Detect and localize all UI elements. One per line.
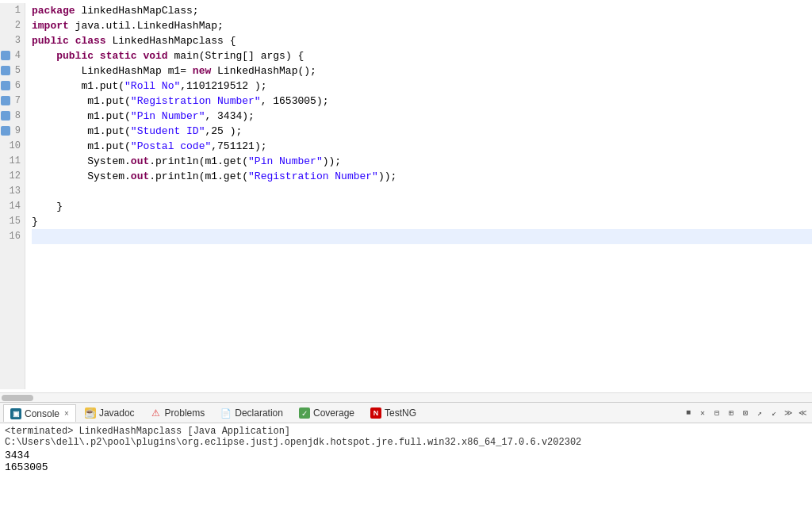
code-lines[interactable]: package linkedHashMapClass;import java.u… — [25, 3, 812, 389]
javadoc-tab-icon: ☕ — [85, 407, 96, 419]
console-tab-icon: ▣ — [10, 408, 21, 419]
tabs-bar: ▣Console×☕Javadoc⚠Problems📄Declaration✓C… — [0, 403, 812, 423]
kw-token: out — [131, 170, 149, 182]
tab-javadoc[interactable]: ☕Javadoc — [78, 404, 142, 422]
line-number: 5 — [0, 63, 25, 78]
num-token: 1101219512 — [186, 80, 248, 92]
kw-token: public — [56, 50, 94, 62]
code-line: LinkedHashMap m1= new LinkedHashMap(); — [32, 63, 812, 78]
toolbar-btn-7[interactable]: ≫ — [782, 407, 795, 419]
code-line: m1.put("Roll No",1101219512 ); — [32, 78, 812, 94]
line-number: 14 — [0, 199, 25, 214]
tab-testng[interactable]: NTestNG — [363, 404, 423, 422]
num-token: 25 — [211, 125, 224, 137]
tab-label-console: Console — [25, 408, 59, 419]
toolbar-btn-3[interactable]: ⊞ — [725, 407, 737, 419]
code-line: public class LinkedHashMapclass { — [32, 33, 812, 48]
code-line: System.out.println(m1.get("Pin Number"))… — [32, 154, 812, 169]
console-content: <terminated> LinkedHashMapclass [Java Ap… — [0, 423, 812, 505]
str-token: "Registration Number" — [131, 95, 261, 107]
str-token: "Postal code" — [131, 140, 211, 152]
testng-tab-icon: N — [370, 407, 381, 419]
code-line: m1.put("Student ID",25 ); — [32, 124, 812, 139]
num-token: 751121 — [217, 140, 255, 152]
line-number: 7 — [0, 94, 25, 109]
bottom-panel: ▣Console×☕Javadoc⚠Problems📄Declaration✓C… — [0, 402, 812, 505]
declaration-tab-icon: 📄 — [220, 407, 232, 419]
problems-tab-icon: ⚠ — [151, 407, 162, 419]
toolbar-btn-4[interactable]: ⊠ — [739, 407, 752, 419]
line-number: 1 — [0, 3, 25, 18]
console-output-line: 3434 — [5, 450, 807, 461]
toolbar-btn-0[interactable]: ■ — [682, 407, 695, 419]
str-token: "Pin Number" — [248, 155, 323, 167]
num-token: 1653005 — [273, 95, 316, 107]
code-line: import java.util.LinkedHashMap; — [32, 18, 812, 33]
line-number: 13 — [0, 184, 25, 199]
toolbar-btn-6[interactable]: ↙ — [768, 407, 780, 419]
num-token: 3434 — [217, 110, 242, 122]
code-line: m1.put("Registration Number", 1653005); — [32, 94, 812, 109]
line-number: 16 — [0, 229, 25, 244]
line-numbers: 12345678910111213141516 — [0, 3, 25, 389]
console-output-line: 1653005 — [5, 461, 807, 473]
line-number: 4 — [0, 48, 25, 63]
str-token: "Pin Number" — [131, 110, 205, 122]
tab-console[interactable]: ▣Console× — [3, 404, 76, 422]
line-number: 9 — [0, 124, 25, 139]
line-number: 15 — [0, 214, 25, 229]
code-line: package linkedHashMapClass; — [32, 3, 812, 18]
coverage-tab-icon: ✓ — [299, 407, 310, 419]
code-line: } — [32, 199, 812, 214]
code-line: m1.put("Postal code",751121); — [32, 139, 812, 154]
str-token: "Student ID" — [131, 125, 205, 137]
tab-label-problems: Problems — [165, 407, 205, 419]
code-line: } — [32, 214, 812, 229]
line-number: 11 — [0, 154, 25, 169]
tab-label-declaration: Declaration — [235, 407, 283, 419]
code-line: System.out.println(m1.get("Registration … — [32, 169, 812, 184]
code-line: m1.put("Pin Number", 3434); — [32, 109, 812, 124]
editor-area: 12345678910111213141516 package linkedHa… — [0, 0, 812, 402]
kw-token: class — [75, 35, 106, 47]
console-status-line: <terminated> LinkedHashMapclass [Java Ap… — [5, 426, 807, 448]
code-line: public static void main(String[] args) { — [32, 48, 812, 63]
kw-token: package — [32, 5, 75, 17]
kw-token: public — [32, 35, 69, 47]
code-line — [32, 184, 812, 199]
tab-close-console[interactable]: × — [64, 409, 69, 418]
line-number: 10 — [0, 139, 25, 154]
line-number: 6 — [0, 78, 25, 94]
tab-coverage[interactable]: ✓Coverage — [292, 404, 362, 422]
code-container: 12345678910111213141516 package linkedHa… — [0, 0, 812, 392]
toolbar-btn-8[interactable]: ≪ — [796, 407, 809, 419]
tab-label-testng: TestNG — [385, 407, 416, 419]
line-number: 12 — [0, 169, 25, 184]
tab-label-coverage: Coverage — [313, 407, 354, 419]
kw-token: void — [143, 50, 167, 62]
tab-declaration[interactable]: 📄Declaration — [213, 404, 290, 422]
code-line — [32, 229, 812, 244]
kw-token: static — [100, 50, 137, 62]
str-token: "Roll No" — [124, 80, 180, 92]
scroll-thumb[interactable] — [2, 395, 33, 401]
line-number: 8 — [0, 109, 25, 124]
line-number: 3 — [0, 33, 25, 48]
kw-token: import — [32, 20, 69, 32]
tab-label-javadoc: Javadoc — [99, 407, 135, 419]
line-number: 2 — [0, 18, 25, 33]
horizontal-scrollbar[interactable] — [0, 392, 812, 402]
tabs-toolbar: ■✕⊟⊞⊠↗↙≫≪ — [682, 407, 809, 419]
toolbar-btn-2[interactable]: ⊟ — [710, 407, 723, 419]
str-token: "Registration Number" — [248, 170, 378, 182]
kw-token: out — [131, 155, 149, 167]
tab-problems[interactable]: ⚠Problems — [144, 404, 213, 422]
toolbar-btn-5[interactable]: ↗ — [753, 407, 766, 419]
kw-token: new — [193, 65, 211, 77]
toolbar-btn-1[interactable]: ✕ — [696, 407, 709, 419]
